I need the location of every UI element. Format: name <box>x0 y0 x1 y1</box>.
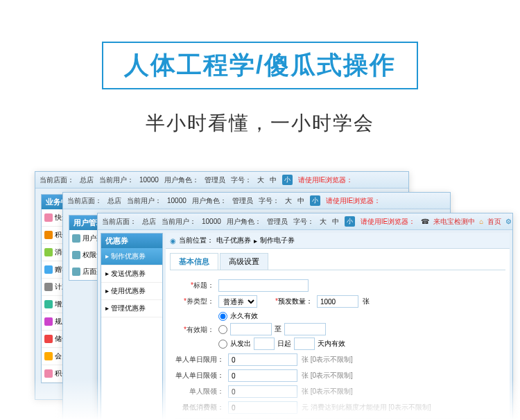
sidebar-item[interactable]: ▸ 制作优惠券 <box>101 248 162 265</box>
menu-icon <box>72 268 80 276</box>
menu-icon <box>44 300 53 308</box>
location-icon: ◉ <box>170 237 176 245</box>
nav-coupon-header: 优惠券 <box>101 234 162 248</box>
day-limit-input[interactable] <box>228 353 297 366</box>
topbar-3: 当前店面：总店 当前用户：10000 用户角色：管理员 字号： 大中 小 请使用… <box>98 213 512 230</box>
hero-title: 人体工程学/傻瓜式操作 <box>124 51 396 79</box>
topbar-2: 当前店面：总店 当前用户：10000 用户角色：管理员 字号： 大中 小 请使用… <box>63 193 450 209</box>
gear-icon[interactable]: ⚙ <box>505 218 512 225</box>
sidebar-item[interactable]: ▸ 管理优惠券 <box>101 300 162 317</box>
tab-basic[interactable]: 基本信息 <box>170 253 218 270</box>
menu-icon <box>44 335 53 343</box>
date-to-input[interactable] <box>284 323 326 335</box>
qty-input[interactable] <box>317 295 358 308</box>
type-select[interactable]: 普通券 <box>218 295 257 308</box>
sidebar-item[interactable]: ▸ 使用优惠券 <box>101 283 162 300</box>
radio-days[interactable] <box>218 340 227 349</box>
menu-icon <box>44 248 53 256</box>
menu-icon <box>44 231 53 239</box>
hero-title-box: 人体工程学/傻瓜式操作 <box>102 42 418 89</box>
sidebar-item[interactable]: ▸ 发送优惠券 <box>101 265 162 283</box>
home-icon[interactable]: ⌂ <box>479 218 483 225</box>
menu-icon <box>72 234 80 243</box>
menu-icon <box>44 265 53 274</box>
topbar-1: 当前店面：总店 当前用户：10000 用户角色：管理员 字号： 大中 小 请使用… <box>35 172 408 189</box>
radio-range[interactable] <box>218 325 227 334</box>
menu-icon <box>72 251 80 259</box>
menu-icon <box>44 317 53 326</box>
radio-forever[interactable] <box>218 312 227 321</box>
menu-icon <box>44 213 53 222</box>
days-start-input[interactable] <box>254 338 275 350</box>
date-from-input[interactable] <box>230 323 272 335</box>
title-input[interactable] <box>218 279 309 292</box>
home-link[interactable]: 首页 <box>487 217 501 227</box>
breadcrumb: ◉ 当前位置： 电子优惠券 ▸ 制作电子券 <box>166 233 510 249</box>
tabs: 基本信息 高级设置 <box>170 253 505 270</box>
tab-advanced[interactable]: 高级设置 <box>220 253 268 270</box>
chevron-right-icon: ▸ <box>254 237 257 245</box>
menu-icon <box>44 369 53 378</box>
hero-subtitle: 半小时看懂，一小时学会 <box>0 110 520 137</box>
phone-status: 来电宝检测中 <box>433 217 475 227</box>
menu-icon <box>44 352 53 360</box>
menu-icon <box>44 283 53 291</box>
phone-icon: ☎ <box>421 218 429 225</box>
days-duration-input[interactable] <box>294 338 315 350</box>
